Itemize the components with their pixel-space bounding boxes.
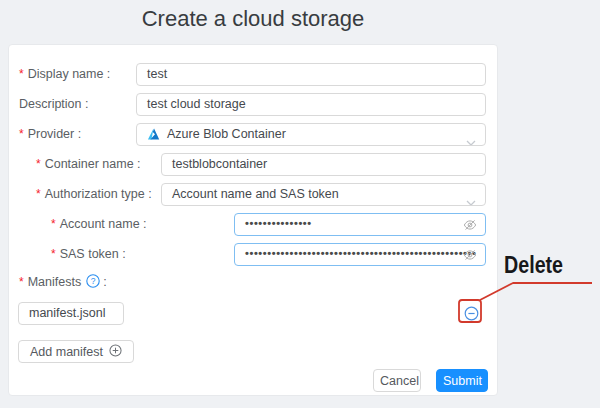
provider-row: *Provider : Azure Blob Container xyxy=(9,123,497,146)
required-asterisk: * xyxy=(19,67,24,81)
submit-button[interactable]: Submit xyxy=(436,369,488,392)
container-name-input[interactable]: testblobcontainer xyxy=(161,153,486,176)
description-input[interactable]: test cloud storage xyxy=(136,93,486,116)
chevron-down-icon xyxy=(466,192,476,206)
authorization-type-label: *Authorization type : xyxy=(36,183,152,206)
manifest-file-value: manifest.jsonl xyxy=(29,306,105,320)
authorization-type-select[interactable]: Account name and SAS token xyxy=(161,183,486,206)
question-circle-icon[interactable]: ? xyxy=(86,274,100,291)
container-name-row: *Container name : testblobcontainer xyxy=(9,153,497,176)
minus-circle-icon xyxy=(464,309,479,324)
account-name-row: *Account name : ••••••••••••••• xyxy=(9,213,497,236)
manifests-label-colon: : xyxy=(103,275,106,289)
sas-token-label-text: SAS token : xyxy=(60,247,126,261)
description-value: test cloud storage xyxy=(147,97,246,111)
account-name-label-text: Account name : xyxy=(60,217,147,231)
display-name-label: *Display name : xyxy=(19,63,110,86)
provider-select[interactable]: Azure Blob Container xyxy=(136,123,486,146)
manifests-label-text: Manifests xyxy=(28,275,82,289)
authorization-type-label-text: Authorization type : xyxy=(45,187,152,201)
account-name-input[interactable]: ••••••••••••••• xyxy=(234,213,486,236)
delete-annotation-label: Delete xyxy=(504,251,579,279)
provider-label-text: Provider : xyxy=(28,127,82,141)
chevron-down-icon xyxy=(466,132,476,146)
manifest-file-input[interactable]: manifest.jsonl xyxy=(18,302,124,325)
required-asterisk: * xyxy=(51,217,56,231)
sas-token-masked-value: ••••••••••••••••••••••••••••••••••••••••… xyxy=(245,247,476,259)
add-manifest-button[interactable]: Add manifest xyxy=(18,340,134,363)
display-name-input[interactable]: test xyxy=(136,63,486,86)
svg-text:?: ? xyxy=(91,276,96,286)
provider-label: *Provider : xyxy=(19,123,81,146)
required-asterisk: * xyxy=(36,157,41,171)
manifests-label: *Manifests?: xyxy=(19,274,107,290)
required-asterisk: * xyxy=(19,127,24,141)
description-label-text: Description : xyxy=(19,97,88,111)
sas-token-row: *SAS token : •••••••••••••••••••••••••••… xyxy=(9,243,497,266)
display-name-label-text: Display name : xyxy=(28,67,111,81)
container-name-label: *Container name : xyxy=(36,153,141,176)
authorization-type-value: Account name and SAS token xyxy=(172,187,339,201)
azure-logo-icon xyxy=(147,126,160,146)
required-asterisk: * xyxy=(19,275,24,289)
required-asterisk: * xyxy=(36,187,41,201)
description-label: Description : xyxy=(19,93,88,116)
required-asterisk: * xyxy=(51,247,56,261)
display-name-value: test xyxy=(147,67,167,81)
eye-invisible-icon[interactable] xyxy=(463,248,477,266)
container-name-value: testblobcontainer xyxy=(172,157,267,171)
sas-token-input[interactable]: ••••••••••••••••••••••••••••••••••••••••… xyxy=(234,243,486,266)
plus-circle-icon xyxy=(109,344,122,360)
account-name-label: *Account name : xyxy=(51,213,147,236)
page-title: Create a cloud storage xyxy=(8,6,498,32)
add-manifest-label: Add manifest xyxy=(30,345,103,359)
sas-token-label: *SAS token : xyxy=(51,243,126,266)
description-row: Description : test cloud storage xyxy=(9,93,497,116)
display-name-row: *Display name : test xyxy=(9,63,497,86)
remove-manifest-button[interactable] xyxy=(463,305,479,321)
authorization-type-row: *Authorization type : Account name and S… xyxy=(9,183,497,206)
account-name-masked-value: ••••••••••••••• xyxy=(245,217,312,229)
provider-value: Azure Blob Container xyxy=(167,127,286,141)
cancel-button[interactable]: Cancel xyxy=(373,369,421,392)
create-cloud-storage-form: *Display name : test Description : test … xyxy=(8,44,498,396)
eye-invisible-icon[interactable] xyxy=(463,218,477,236)
container-name-label-text: Container name : xyxy=(45,157,141,171)
